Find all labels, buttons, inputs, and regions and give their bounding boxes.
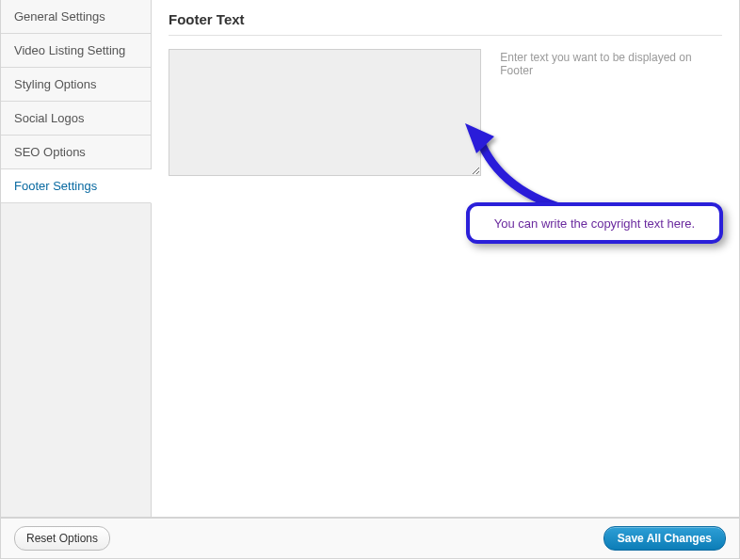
- reset-options-button[interactable]: Reset Options: [14, 526, 110, 551]
- sidebar: General Settings Video Listing Setting S…: [1, 0, 152, 517]
- sidebar-item-general-settings[interactable]: General Settings: [1, 0, 151, 34]
- sidebar-item-social-logos[interactable]: Social Logos: [1, 102, 151, 136]
- sidebar-item-styling-options[interactable]: Styling Options: [1, 68, 151, 102]
- save-all-changes-button[interactable]: Save All Changes: [603, 526, 726, 551]
- callout-text: You can write the copyright text here.: [494, 216, 695, 231]
- footer-text-textarea[interactable]: [169, 49, 481, 176]
- bottom-bar: Reset Options Save All Changes: [0, 518, 740, 559]
- sidebar-item-footer-settings[interactable]: Footer Settings: [1, 169, 152, 203]
- callout-box: You can write the copyright text here.: [466, 202, 723, 244]
- field-row: Enter text you want to be displayed on F…: [169, 49, 722, 176]
- sidebar-item-video-listing-setting[interactable]: Video Listing Setting: [1, 34, 151, 68]
- helper-text: Enter text you want to be displayed on F…: [500, 49, 722, 176]
- section-title: Footer Text: [169, 6, 722, 36]
- sidebar-item-seo-options[interactable]: SEO Options: [1, 136, 151, 169]
- main-panel: Footer Text Enter text you want to be di…: [152, 0, 739, 517]
